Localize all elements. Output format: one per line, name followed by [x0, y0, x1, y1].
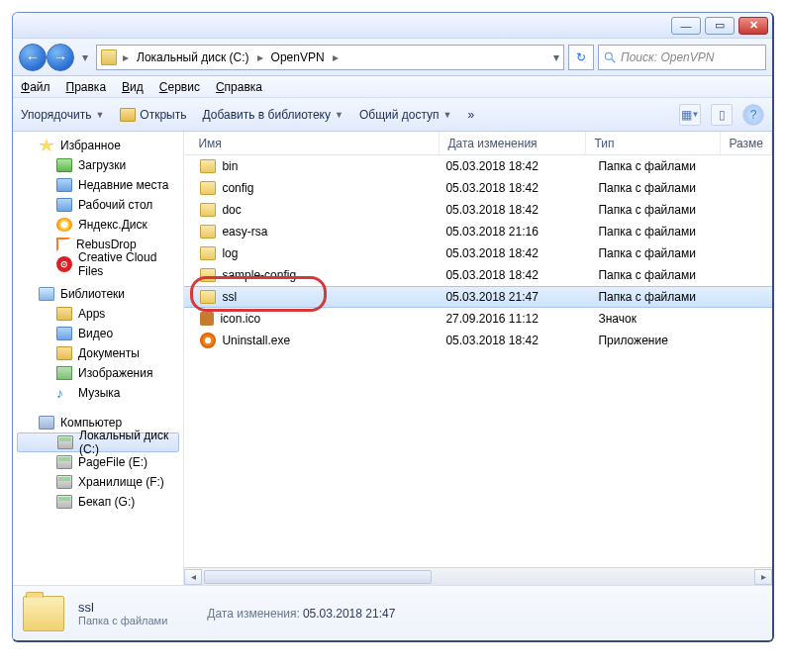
file-icon	[200, 312, 214, 326]
chevron-down-icon: ▼	[443, 110, 452, 120]
add-to-library-button[interactable]: Добавить в библиотеку▼	[202, 108, 343, 122]
history-dropdown-icon[interactable]: ▾	[78, 45, 92, 70]
view-mode-button[interactable]: ▦ ▼	[679, 104, 701, 126]
video-icon	[56, 327, 72, 340]
desktop-icon	[56, 198, 72, 212]
file-row[interactable]: ssl05.03.2018 21:47Папка с файлами	[184, 286, 772, 308]
sidebar-item-video[interactable]: Видео	[13, 324, 183, 343]
details-type: Папка с файлами	[78, 615, 167, 626]
chevron-right-icon[interactable]: ▸	[253, 50, 267, 64]
file-row[interactable]: easy-rsa05.03.2018 21:16Папка с файлами	[184, 221, 772, 242]
scroll-right-icon[interactable]: ▸	[754, 569, 772, 585]
column-date[interactable]: Дата изменения	[440, 132, 586, 154]
close-button[interactable]: ✕	[738, 17, 768, 35]
details-modified-label: Дата изменения:	[207, 607, 300, 621]
column-type[interactable]: Тип	[586, 132, 721, 154]
breadcrumb-item[interactable]: OpenVPN	[269, 50, 327, 64]
file-name: icon.ico	[220, 312, 260, 326]
chevron-down-icon: ▼	[335, 110, 344, 120]
file-name: Uninstall.exe	[222, 334, 290, 347]
scroll-left-icon[interactable]: ◂	[184, 569, 202, 585]
search-placeholder: Поиск: OpenVPN	[621, 50, 714, 64]
sidebar-item-recent[interactable]: Недавние места	[13, 175, 183, 195]
file-row[interactable]: log05.03.2018 18:42Папка с файлами	[184, 242, 772, 264]
search-input[interactable]: Поиск: OpenVPN	[598, 45, 766, 70]
file-name: sample-config	[222, 268, 296, 282]
sidebar-item-downloads[interactable]: Загрузки	[13, 155, 183, 175]
menu-help[interactable]: Справка	[216, 80, 262, 94]
sidebar-item-music[interactable]: ♪Музыка	[13, 383, 183, 403]
drive-icon	[56, 455, 72, 469]
maximize-button[interactable]: ▭	[705, 17, 735, 35]
help-button[interactable]: ?	[742, 104, 764, 126]
sidebar-item-drive-f[interactable]: Хранилище (F:)	[13, 472, 183, 492]
folder-icon	[200, 181, 216, 195]
command-bar: Упорядочить▼ Открыть Добавить в библиоте…	[13, 98, 772, 132]
file-name: easy-rsa	[222, 225, 267, 239]
nav-bar: ← → ▾ ▸ Локальный диск (C:) ▸ OpenVPN ▸ …	[13, 39, 772, 76]
sidebar-item-yandex[interactable]: Яндекс.Диск	[13, 215, 183, 235]
file-row[interactable]: Uninstall.exe05.03.2018 18:42Приложение	[184, 330, 772, 351]
folder-icon	[120, 108, 136, 122]
breadcrumb-item[interactable]: Локальный диск (C:)	[135, 50, 251, 64]
file-name: doc	[222, 203, 241, 217]
file-date: 05.03.2018 18:42	[438, 159, 584, 173]
sidebar-item-drive-c[interactable]: Локальный диск (C:)	[17, 432, 179, 452]
back-button[interactable]: ←	[19, 44, 47, 71]
details-modified-value: 05.03.2018 21:47	[303, 607, 395, 621]
forward-button[interactable]: →	[47, 44, 74, 71]
column-size[interactable]: Разме	[721, 132, 772, 154]
sidebar-libraries[interactable]: Библиотеки	[13, 284, 183, 304]
menu-view[interactable]: Вид	[122, 80, 144, 94]
yandex-disk-icon	[56, 218, 72, 232]
file-date: 05.03.2018 21:47	[438, 290, 584, 304]
folder-icon	[200, 203, 216, 217]
file-type: Папка с файлами	[590, 159, 725, 173]
file-name: ssl	[222, 290, 237, 304]
file-row[interactable]: config05.03.2018 18:42Папка с файлами	[184, 177, 772, 199]
navigation-pane: Избранное Загрузки Недавние места Рабочи…	[13, 132, 184, 585]
file-type: Приложение	[590, 334, 725, 347]
file-row[interactable]: sample-config05.03.2018 18:42Папка с фай…	[184, 264, 772, 286]
file-row[interactable]: bin05.03.2018 18:42Папка с файлами	[184, 155, 772, 177]
file-row[interactable]: doc05.03.2018 18:42Папка с файлами	[184, 199, 772, 221]
file-name: bin	[222, 159, 238, 173]
menu-edit[interactable]: Правка	[66, 80, 107, 94]
chevron-down-icon: ▼	[95, 110, 104, 120]
file-type: Папка с файлами	[590, 203, 725, 217]
sidebar-item-desktop[interactable]: Рабочий стол	[13, 195, 183, 215]
file-row[interactable]: icon.ico27.09.2016 11:12Значок	[184, 308, 772, 330]
creative-cloud-icon: ⊙	[56, 256, 72, 272]
open-button[interactable]: Открыть	[120, 108, 186, 122]
sidebar-item-apps[interactable]: Apps	[13, 304, 183, 324]
refresh-button[interactable]: ↻	[568, 45, 594, 70]
file-list-pane: Имя Дата изменения Тип Разме bin05.03.20…	[184, 132, 772, 585]
column-name[interactable]: Имя	[190, 132, 440, 154]
music-icon: ♪	[56, 386, 72, 400]
body: Избранное Загрузки Недавние места Рабочи…	[13, 132, 772, 585]
minimize-button[interactable]: —	[671, 17, 701, 35]
titlebar: — ▭ ✕	[13, 13, 772, 39]
search-icon	[603, 50, 617, 64]
menu-file[interactable]: Файл	[21, 80, 50, 94]
folder-icon	[56, 158, 72, 172]
sidebar-item-cc[interactable]: ⊙Creative Cloud Files	[13, 254, 183, 274]
chevron-right-icon[interactable]: ▸	[329, 50, 343, 64]
breadcrumb-dropdown-icon[interactable]: ▾	[553, 50, 559, 64]
share-button[interactable]: Общий доступ▼	[359, 108, 452, 122]
sidebar-item-documents[interactable]: Документы	[13, 343, 183, 363]
scroll-thumb[interactable]	[204, 570, 432, 584]
organize-button[interactable]: Упорядочить▼	[21, 108, 104, 122]
horizontal-scrollbar[interactable]: ◂ ▸	[184, 567, 772, 585]
preview-pane-button[interactable]: ▯	[711, 104, 733, 126]
chevron-right-icon[interactable]: ▸	[119, 50, 133, 64]
folder-icon	[200, 290, 216, 304]
file-date: 05.03.2018 18:42	[438, 268, 584, 282]
sidebar-favorites[interactable]: Избранное	[13, 136, 183, 155]
sidebar-item-drive-g[interactable]: Бекап (G:)	[13, 492, 183, 512]
documents-icon	[56, 346, 72, 360]
overflow-button[interactable]: »	[467, 108, 474, 122]
sidebar-item-images[interactable]: Изображения	[13, 363, 183, 383]
menu-tools[interactable]: Сервис	[159, 80, 200, 94]
breadcrumb[interactable]: ▸ Локальный диск (C:) ▸ OpenVPN ▸ ▾	[96, 45, 564, 70]
